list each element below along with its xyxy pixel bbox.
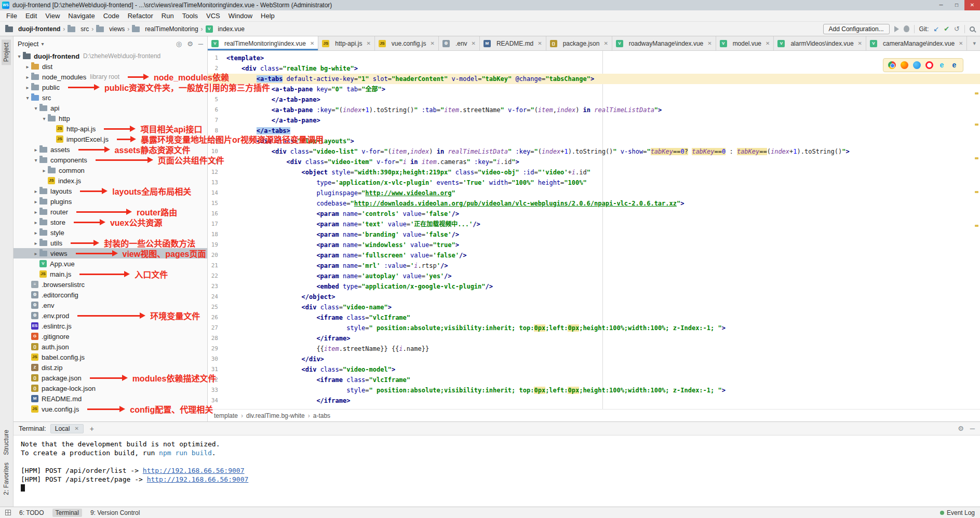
tab-list-dropdown-icon[interactable]: ▾: [969, 36, 980, 50]
line-number[interactable]: 29: [208, 344, 226, 354]
tool-stripe-favorites[interactable]: 2: Favorites: [2, 459, 11, 498]
close-tab-icon[interactable]: ✕: [858, 40, 862, 46]
close-tab-icon[interactable]: ✕: [430, 40, 434, 46]
tree-item-auth.json[interactable]: {}auth.json: [14, 342, 207, 352]
line-number[interactable]: 6: [208, 105, 226, 115]
close-tab-icon[interactable]: ✕: [766, 40, 770, 46]
minimize-button[interactable]: ─: [933, 0, 949, 10]
line-number[interactable]: 28: [208, 333, 226, 344]
menu-tools[interactable]: Tools: [178, 11, 202, 21]
breadcrumb-item-realTimeMonitoring[interactable]: realTimeMonitoring: [132, 25, 198, 33]
tree-chevron-icon[interactable]: ▸: [32, 199, 39, 205]
chevron-down-icon[interactable]: ▾: [41, 41, 44, 47]
tree-chevron-icon[interactable]: ▸: [32, 188, 39, 194]
error-stripe-mark[interactable]: [975, 225, 978, 227]
editor-tab-roadwayManage-index.vue[interactable]: VroadwayManage\index.vue✕: [612, 36, 716, 50]
tree-item-store[interactable]: ▸storevuex公共资源: [14, 217, 207, 227]
editor-tab-cameraManage-index.vue[interactable]: VcameraManage\index.vue✕: [866, 36, 967, 50]
close-tab-icon[interactable]: ✕: [310, 40, 314, 46]
editor-tab-model.vue[interactable]: Vmodel.vue✕: [716, 36, 774, 50]
line-number[interactable]: 14: [208, 188, 226, 198]
menu-run[interactable]: Run: [157, 11, 178, 21]
tree-item-http-api.js[interactable]: JShttp-api.js项目相关api接口: [14, 124, 207, 134]
debug-icon[interactable]: [904, 25, 909, 32]
tree-item-views[interactable]: ▸viewsview视图、pages页面: [14, 248, 207, 258]
line-number[interactable]: 17: [208, 219, 226, 229]
tree-item-dist[interactable]: ▸dist: [14, 61, 207, 72]
statusbar-6-todo[interactable]: 6: TODO: [19, 509, 44, 516]
tree-chevron-icon[interactable]: ▸: [32, 147, 39, 153]
tree-item-package.json[interactable]: {}package.jsonmodules依赖描述文件: [14, 373, 207, 383]
add-configuration-button[interactable]: Add Configuration...: [823, 24, 890, 34]
statusbar-9-version-control[interactable]: 9: Version Control: [90, 509, 140, 516]
tree-item-package-lock.json[interactable]: {}package-lock.json: [14, 383, 207, 393]
tree-chevron-icon[interactable]: ▾: [32, 105, 39, 111]
statusbar-event-log[interactable]: Event Log: [940, 509, 975, 516]
statusbar-terminal[interactable]: Terminal: [52, 509, 82, 517]
tree-chevron-icon[interactable]: ▸: [32, 220, 39, 225]
line-number[interactable]: 16: [208, 209, 226, 219]
chrome-browser-icon[interactable]: [888, 61, 896, 69]
line-number[interactable]: 13: [208, 178, 226, 188]
new-terminal-session-icon[interactable]: +: [88, 425, 96, 433]
editor-tab-.env[interactable]: ⚙.env✕: [439, 36, 480, 50]
editor-tab-realTimeMonitoring-index.vue[interactable]: VrealTimeMonitoring\index.vue✕: [208, 36, 318, 50]
tree-item-utils[interactable]: ▸utils封装的一些公共函数方法: [14, 238, 207, 248]
tree-item-babel.config.js[interactable]: JSbabel.config.js: [14, 352, 207, 362]
git-update-icon[interactable]: ↙: [933, 25, 939, 33]
terminal-settings-icon[interactable]: ⚙: [958, 425, 964, 432]
line-number[interactable]: 18: [208, 229, 226, 240]
tool-stripe-structure[interactable]: Structure: [2, 427, 11, 458]
line-number[interactable]: 22: [208, 271, 226, 281]
close-tab-icon[interactable]: ✕: [603, 40, 608, 46]
project-panel-title[interactable]: Project: [18, 40, 38, 48]
tree-item-http[interactable]: ▾http: [14, 113, 207, 124]
panel-settings-icon[interactable]: ⚙: [187, 40, 193, 48]
editor-tab-package.json[interactable]: {}package.json✕: [546, 36, 612, 50]
tree-item-README.md[interactable]: MREADME.md: [14, 393, 207, 404]
search-everywhere-icon[interactable]: [970, 26, 975, 32]
editor-tab-README.md[interactable]: MREADME.md✕: [480, 36, 546, 50]
tree-chevron-icon[interactable]: ▸: [24, 85, 31, 90]
tree-item-src[interactable]: ▾src: [14, 92, 207, 103]
editor-tab-vue.config.js[interactable]: JSvue.config.js✕: [375, 36, 439, 50]
line-number[interactable]: 15: [208, 198, 226, 209]
tree-item-dist.zip[interactable]: Zdist.zip: [14, 362, 207, 373]
editor-breadcrumb-item-a-tabs[interactable]: a-tabs: [313, 412, 330, 419]
close-button[interactable]: ✕: [964, 0, 980, 10]
tree-item-.env[interactable]: ⚙.env: [14, 300, 207, 310]
close-tab-icon[interactable]: ✕: [472, 40, 476, 46]
editor-tab-alarmVideos-index.vue[interactable]: ValarmVideos\index.vue✕: [774, 36, 866, 50]
tree-chevron-icon[interactable]: ▸: [32, 240, 39, 246]
tree-item-duoji-frontend[interactable]: ▾duoji-frontendD:\zheheWeb\duoji-fronten…: [14, 51, 207, 61]
tree-item-.editorconfig[interactable]: ⚙.editorconfig: [14, 290, 207, 300]
tree-chevron-icon[interactable]: ▾: [24, 95, 31, 101]
menu-refactor[interactable]: Refactor: [124, 11, 157, 21]
terminal-hide-icon[interactable]: ─: [970, 425, 975, 432]
breadcrumb-item-index.vue[interactable]: Vindex.vue: [206, 25, 245, 33]
menu-navigate[interactable]: Navigate: [64, 11, 99, 21]
code-editor[interactable]: 1<template>2 <div class="realTime bg-whi…: [208, 51, 980, 409]
tree-item-.env.prod[interactable]: ⚙.env.prod环境变量文件: [14, 310, 207, 321]
menu-edit[interactable]: Edit: [21, 11, 41, 21]
tree-item-.eslintrc.js[interactable]: ES.eslintrc.js: [14, 321, 207, 331]
tree-chevron-icon[interactable]: ▸: [32, 251, 39, 256]
error-stripe-mark[interactable]: [975, 157, 978, 159]
tree-chevron-icon[interactable]: ▸: [41, 168, 48, 173]
git-commit-icon[interactable]: ✔: [944, 25, 949, 33]
tree-item-common[interactable]: ▸common: [14, 165, 207, 175]
opera-browser-icon[interactable]: [925, 61, 933, 69]
line-number[interactable]: 12: [208, 167, 226, 178]
git-rollback-icon[interactable]: ↺: [954, 25, 960, 33]
tree-item-.gitignore[interactable]: G.gitignore: [14, 331, 207, 342]
tree-item-main.js[interactable]: JSmain.js入口文件: [14, 269, 207, 279]
terminal-link[interactable]: http://192.168.66.56:9007: [143, 467, 245, 474]
line-number[interactable]: 30: [208, 354, 226, 364]
menu-view[interactable]: View: [41, 11, 64, 21]
maximize-button[interactable]: □: [949, 0, 964, 10]
breadcrumb-item-views[interactable]: views: [96, 25, 125, 33]
tree-item-App.vue[interactable]: VApp.vue: [14, 258, 207, 269]
editor-breadcrumb-item-template[interactable]: template: [214, 412, 238, 419]
tool-stripe-project[interactable]: Project: [2, 39, 11, 65]
tree-item-api[interactable]: ▾api: [14, 103, 207, 113]
